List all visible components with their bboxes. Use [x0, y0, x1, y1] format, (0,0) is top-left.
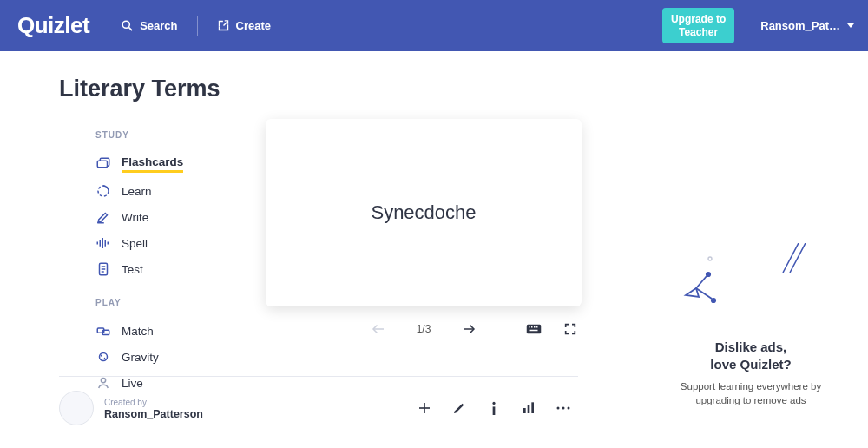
svg-rect-19 [529, 326, 530, 328]
svg-rect-23 [530, 330, 538, 332]
avatar[interactable] [59, 391, 94, 425]
test-icon [95, 261, 111, 277]
page-title: Literary Terms [59, 76, 833, 102]
sidebar-heading-study: STUDY [95, 130, 205, 140]
svg-point-14 [104, 358, 106, 359]
match-icon [95, 323, 111, 339]
svg-rect-20 [531, 326, 533, 328]
sidebar-item-spell[interactable]: Spell [95, 230, 205, 256]
svg-point-12 [100, 353, 108, 361]
learn-icon [95, 183, 111, 199]
svg-point-0 [122, 21, 129, 28]
sidebar-item-label: Spell [122, 237, 148, 250]
upgrade-button[interactable]: Upgrade to Teacher [662, 8, 734, 43]
svg-line-40 [790, 243, 806, 273]
create-button[interactable]: Create [210, 14, 278, 37]
stats-icon[interactable] [521, 400, 536, 416]
divider [59, 376, 578, 377]
svg-rect-30 [531, 402, 534, 413]
svg-point-32 [562, 407, 565, 410]
svg-line-36 [696, 276, 707, 288]
search-icon [121, 19, 134, 32]
sidebar-heading-play: PLAY [95, 298, 205, 307]
more-icon[interactable] [556, 400, 571, 416]
svg-rect-28 [523, 408, 526, 413]
svg-line-2 [223, 22, 227, 26]
sidebar-item-label: Gravity [122, 351, 159, 364]
flashcard[interactable]: Synecdoche [266, 119, 582, 306]
sidebar-item-label: Flashcards [122, 155, 183, 173]
add-icon[interactable] [417, 400, 432, 416]
svg-rect-29 [528, 405, 530, 413]
svg-rect-21 [534, 326, 536, 328]
info-icon[interactable] [486, 400, 502, 416]
quizlet-logo[interactable]: Quizlet [17, 12, 89, 39]
decorative-illustration [668, 243, 833, 313]
spell-icon [95, 235, 111, 251]
promo-title-line1: Dislike ads, [715, 339, 787, 354]
sidebar-item-label: Match [122, 325, 154, 338]
svg-rect-22 [536, 326, 538, 328]
search-button[interactable]: Search [114, 14, 184, 37]
fullscreen-icon[interactable] [562, 321, 578, 337]
sidebar-item-flashcards[interactable]: Flashcards [95, 150, 205, 178]
user-menu[interactable]: Ransom_Pat… [760, 19, 854, 32]
username: Ransom_Pat… [760, 19, 840, 32]
create-label: Create [236, 19, 271, 32]
upgrade-line1: Upgrade to [671, 13, 726, 25]
svg-line-39 [783, 243, 799, 273]
sidebar-item-test[interactable]: Test [95, 256, 205, 282]
svg-rect-3 [97, 161, 107, 168]
divider [197, 16, 198, 36]
svg-point-26 [492, 402, 495, 405]
flashcard-term: Synecdoche [371, 201, 476, 224]
svg-point-37 [707, 273, 710, 276]
sidebar-item-write[interactable]: Write [95, 204, 205, 230]
edit-icon[interactable] [451, 400, 467, 416]
promo-title-line2: love Quizlet? [710, 357, 791, 372]
promo-block: Dislike ads, love Quizlet? Support learn… [668, 339, 833, 407]
svg-line-1 [129, 27, 133, 30]
upgrade-line2: Teacher [671, 26, 726, 38]
live-icon [95, 375, 111, 391]
search-label: Search [140, 19, 177, 32]
svg-point-15 [101, 378, 105, 382]
svg-point-13 [101, 354, 102, 356]
flashcards-icon [95, 156, 111, 172]
promo-body: Support learning everywhere by upgrading… [674, 379, 828, 407]
sidebar-item-gravity[interactable]: Gravity [95, 344, 205, 370]
create-icon [217, 19, 230, 32]
created-by-label: Created by [104, 397, 203, 408]
svg-point-35 [712, 299, 715, 302]
card-counter: 1/3 [417, 323, 431, 335]
keyboard-icon[interactable] [526, 321, 542, 337]
sidebar-item-label: Learn [122, 185, 152, 198]
svg-point-31 [557, 407, 560, 410]
svg-point-33 [568, 407, 570, 410]
gravity-icon [95, 349, 111, 365]
sidebar-item-label: Test [122, 263, 143, 276]
sidebar-item-label: Live [122, 377, 143, 390]
prev-card-button[interactable] [370, 320, 387, 338]
sidebar-item-label: Write [122, 211, 148, 224]
svg-point-38 [708, 257, 712, 260]
next-card-button[interactable] [460, 320, 477, 338]
sidebar-item-learn[interactable]: Learn [95, 178, 205, 204]
sidebar: STUDY Flashcards Learn Write [59, 122, 205, 425]
chevron-down-icon [847, 23, 854, 28]
svg-rect-27 [493, 406, 496, 415]
creator-name[interactable]: Ransom_Patterson [104, 408, 203, 420]
write-icon [95, 209, 111, 225]
sidebar-item-match[interactable]: Match [95, 318, 205, 344]
svg-rect-18 [527, 325, 542, 334]
